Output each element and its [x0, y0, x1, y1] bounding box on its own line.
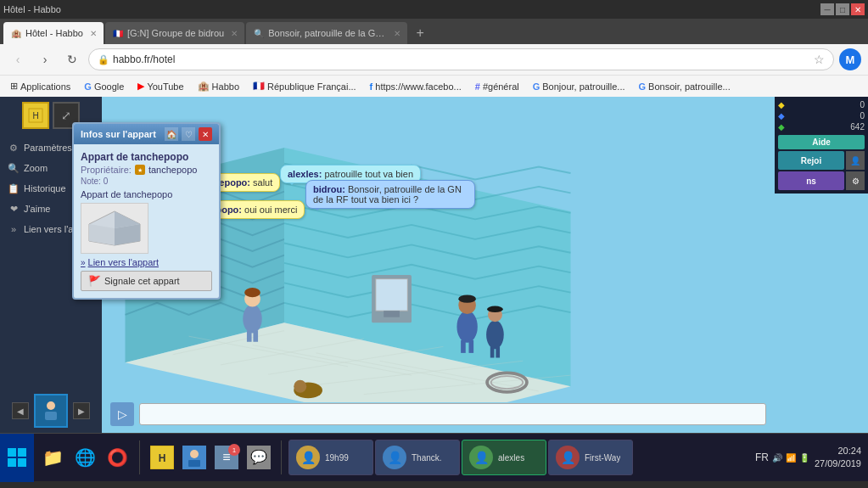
clock-time: 20:24 — [815, 445, 861, 457]
avatar-button[interactable] — [34, 394, 68, 428]
taskbar-icon-files[interactable]: 📁 — [37, 442, 68, 473]
app-label-thanck: Thanck. — [412, 453, 442, 463]
nav-left-button[interactable]: ◀ — [12, 402, 29, 419]
game-area: H ⤢ ⚙ Paramètres 🔍 Zoom 📋 Historique ❤ J… — [0, 97, 868, 433]
chat-name-2: alexles: — [288, 169, 322, 179]
new-tab-button[interactable]: + — [409, 22, 431, 44]
chat-arrow-icon[interactable]: ▷ — [110, 402, 134, 426]
svg-text:💬: 💬 — [250, 449, 267, 465]
app-label-19h99: 19h99 — [325, 453, 349, 463]
info-note-row: Note: 0 — [81, 177, 212, 186]
aide-button[interactable]: Aide — [778, 135, 865, 149]
owner-badge-icon: ★ — [135, 165, 145, 175]
google-icon: G — [84, 81, 92, 92]
profile-button[interactable]: M — [839, 48, 861, 70]
bookmark-general[interactable]: # #général — [472, 80, 523, 93]
nav-right-button[interactable]: ▶ — [73, 402, 90, 419]
zoom-icon: 🔍 — [7, 161, 20, 175]
svg-rect-39 — [490, 346, 495, 357]
bookmark-label-rf: République Françai... — [267, 81, 356, 92]
svg-rect-48 — [18, 458, 26, 467]
start-button[interactable] — [0, 434, 34, 482]
tab-groupe-bidrou[interactable]: 🇫🇷 [G:N] Groupe de bidrou ✕ — [105, 22, 244, 44]
clock[interactable]: 20:24 27/09/2019 — [815, 445, 861, 471]
bookmark-applications[interactable]: ⊞ Applications — [7, 79, 74, 93]
tray-battery-icon[interactable]: 🔋 — [799, 453, 809, 463]
taskbar-icon-browser[interactable]: 🌐 — [70, 442, 100, 473]
svg-text:★: ★ — [137, 167, 143, 173]
bookmark-label-facebook: https://www.facebo... — [375, 81, 462, 92]
bookmark-habbo[interactable]: 🏨 Habbo — [194, 79, 243, 93]
info-panel-close-button[interactable]: ✕ — [199, 127, 212, 141]
taskbar-app-alexles[interactable]: 👤 alexles — [462, 440, 546, 475]
chat-input[interactable] — [139, 403, 766, 425]
ns-button[interactable]: ns — [778, 171, 844, 190]
taskbar-separator-1 — [139, 440, 140, 474]
tab-hotel-habbo[interactable]: 🏨 Hôtel - Habbo ✕ — [3, 22, 104, 44]
forward-button[interactable]: › — [34, 48, 56, 70]
bookmark-star-icon[interactable]: ☆ — [814, 53, 825, 66]
bonjour1-icon: G — [533, 81, 540, 92]
info-link-button[interactable]: » Lien vers l'appart — [81, 257, 212, 267]
stat-row-3: ◆ 642 — [778, 122, 865, 132]
stat-val-3: 642 — [850, 122, 865, 132]
chat-name-3: bidrou: — [313, 184, 345, 194]
tray-signal-icon[interactable]: 📶 — [786, 453, 796, 463]
bookmark-rf[interactable]: 🇫🇷 République Françai... — [249, 79, 360, 93]
taskbar-icon-opera[interactable]: ⭕ — [102, 442, 132, 473]
facebook-icon: f — [370, 81, 373, 92]
youtube-icon: ▶ — [137, 81, 144, 92]
svg-rect-25 — [384, 311, 400, 317]
svg-rect-47 — [8, 458, 16, 467]
svg-rect-30 — [253, 331, 258, 342]
sidebar-label-jaime: J'aime — [24, 204, 50, 214]
rejoin-icon-button[interactable]: 👤 — [846, 151, 865, 170]
taskbar-icon-habbo2[interactable] — [179, 442, 210, 473]
info-house-icon[interactable]: 🏠 — [165, 127, 178, 141]
taskbar-icon-habbo3[interactable]: ≡ 1 — [211, 442, 242, 473]
svg-rect-29 — [247, 331, 252, 342]
taskbar-icon-habbo4[interactable]: 💬 — [244, 442, 274, 473]
taskbar-app-firstway[interactable]: 👤 First-Way — [548, 440, 633, 475]
tray-icons: FR 🔊 📶 🔋 — [755, 452, 809, 463]
minimize-button[interactable]: ─ — [820, 3, 834, 15]
folder-icon: 📁 — [42, 447, 64, 468]
bookmark-bonjour1[interactable]: G Bonjour, patrouille... — [529, 80, 629, 93]
ns-settings-button[interactable]: ⚙ — [846, 171, 865, 190]
report-button[interactable]: 🚩 Signale cet appart — [81, 271, 212, 291]
close-button[interactable]: ✕ — [851, 3, 865, 15]
address-text: habbo.fr/hotel — [113, 53, 810, 65]
bookmark-label-bonjour1: Bonjour, patrouille... — [542, 81, 624, 92]
lien-appar-icon: » — [7, 222, 20, 236]
address-bar[interactable]: 🔒 habbo.fr/hotel ☆ — [88, 48, 834, 70]
language-indicator: FR — [755, 452, 769, 463]
tray-sound-icon[interactable]: 🔊 — [772, 453, 782, 463]
sidebar-nav-arrows: ◀ ▶ — [0, 389, 102, 433]
bonjour2-icon: G — [639, 81, 647, 92]
bookmark-google[interactable]: G Google — [81, 80, 127, 93]
tab-close-3[interactable]: ✕ — [394, 29, 400, 38]
refresh-button[interactable]: ↻ — [61, 48, 83, 70]
bookmark-youtube[interactable]: ▶ YouTube — [134, 79, 187, 93]
svg-rect-4 — [45, 412, 57, 420]
rf-icon: 🇫🇷 — [253, 81, 265, 92]
tab-close-2[interactable]: ✕ — [231, 29, 238, 38]
svg-point-3 — [47, 401, 55, 410]
rejoin-button[interactable]: Rejoi — [778, 151, 844, 170]
taskbar-app-19h99[interactable]: 👤 19h99 — [288, 440, 373, 475]
info-heart-icon[interactable]: ♡ — [182, 127, 195, 141]
taskbar-separator-2 — [281, 440, 282, 474]
maximize-button[interactable]: □ — [836, 3, 849, 15]
sidebar-label-zoom: Zoom — [24, 163, 48, 173]
bookmark-bonjour2[interactable]: G Bonsoir, patrouille... — [636, 80, 734, 93]
back-button[interactable]: ‹ — [7, 48, 29, 70]
info-panel-title: Infos sur l'appart — [81, 129, 156, 139]
habbo-icon-button[interactable]: H — [22, 102, 49, 129]
info-desc-label: Appart de tanchepopo — [81, 189, 212, 199]
taskbar-app-thanck[interactable]: 👤 Thanck. — [375, 440, 460, 475]
tab-close-1[interactable]: ✕ — [90, 29, 97, 38]
tab-bonsoir-gn[interactable]: 🔍 Bonsoir, patrouille de la GN de b... ✕ — [246, 22, 407, 44]
taskbar-icon-habbo1[interactable]: H — [147, 442, 177, 473]
bookmark-facebook[interactable]: f https://www.facebo... — [367, 80, 465, 93]
tab-favicon-3: 🔍 — [253, 27, 265, 39]
